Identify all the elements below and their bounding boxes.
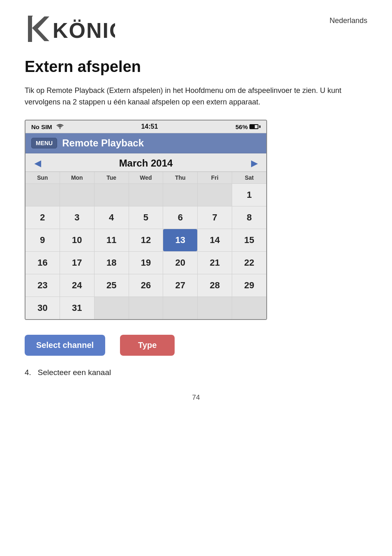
cal-day-empty bbox=[95, 297, 129, 319]
calendar-month-title: March 2014 bbox=[44, 158, 248, 169]
body-text: Tik op Remote Playback (Extern afspelen)… bbox=[25, 85, 367, 109]
menu-button[interactable]: MENU bbox=[31, 138, 57, 148]
cal-day-6[interactable]: 6 bbox=[163, 206, 197, 229]
cal-day-empty bbox=[163, 184, 197, 206]
language-label: Nederlands bbox=[330, 12, 367, 25]
cal-day-7[interactable]: 7 bbox=[198, 206, 232, 229]
day-header-fri: Fri bbox=[198, 172, 232, 183]
cal-day-empty bbox=[232, 297, 266, 319]
cal-day-24[interactable]: 24 bbox=[60, 274, 94, 297]
cal-day-15[interactable]: 15 bbox=[232, 229, 266, 251]
status-bar: No SIM 14:51 56% bbox=[25, 120, 266, 133]
logo: KÖNIG bbox=[25, 12, 115, 45]
cal-day-empty bbox=[129, 184, 163, 206]
nav-title: Remote Playback bbox=[62, 137, 261, 149]
cal-day-10[interactable]: 10 bbox=[60, 229, 94, 251]
day-header-mon: Mon bbox=[60, 172, 94, 183]
page-title: Extern afspelen bbox=[25, 58, 367, 76]
step-label: Selecteer een kanaal bbox=[38, 368, 111, 377]
cal-day-12[interactable]: 12 bbox=[129, 229, 163, 251]
cal-day-27[interactable]: 27 bbox=[163, 274, 197, 297]
cal-day-14[interactable]: 14 bbox=[198, 229, 232, 251]
cal-day-26[interactable]: 26 bbox=[129, 274, 163, 297]
cal-day-empty bbox=[95, 184, 129, 206]
status-right: 56% bbox=[235, 123, 261, 130]
cal-day-empty bbox=[129, 297, 163, 319]
day-header-sat: Sat bbox=[232, 172, 266, 183]
page-number: 74 bbox=[25, 394, 367, 402]
cal-day-empty bbox=[60, 184, 94, 206]
select-channel-button[interactable]: Select channel bbox=[25, 335, 105, 356]
cal-day-empty bbox=[198, 184, 232, 206]
cal-day-1[interactable]: 1 bbox=[232, 184, 266, 206]
wifi-icon bbox=[56, 123, 64, 130]
calendar-container: ◀ March 2014 ▶ Sun Mon Tue Wed Thu Fri S… bbox=[25, 153, 266, 319]
cal-day-empty bbox=[163, 297, 197, 319]
cal-day-21[interactable]: 21 bbox=[198, 252, 232, 274]
day-header-thu: Thu bbox=[163, 172, 197, 183]
calendar-grid: Sun Mon Tue Wed Thu Fri Sat 1 2 3 4 5 bbox=[25, 172, 266, 319]
logo-svg: KÖNIG bbox=[25, 12, 115, 45]
cal-day-28[interactable]: 28 bbox=[198, 274, 232, 297]
cal-day-3[interactable]: 3 bbox=[60, 206, 94, 229]
cal-day-19[interactable]: 19 bbox=[129, 252, 163, 274]
cal-day-2[interactable]: 2 bbox=[25, 206, 60, 229]
cal-day-17[interactable]: 17 bbox=[60, 252, 94, 274]
cal-day-16[interactable]: 16 bbox=[25, 252, 60, 274]
nav-bar: MENU Remote Playback bbox=[25, 133, 266, 153]
cal-day-25[interactable]: 25 bbox=[95, 274, 129, 297]
day-header-tue: Tue bbox=[95, 172, 129, 183]
prev-month-button[interactable]: ◀ bbox=[31, 158, 44, 168]
status-left: No SIM bbox=[31, 123, 64, 130]
cal-day-30[interactable]: 30 bbox=[25, 297, 60, 319]
cal-day-31[interactable]: 31 bbox=[60, 297, 94, 319]
cal-day-11[interactable]: 11 bbox=[95, 229, 129, 251]
next-month-button[interactable]: ▶ bbox=[248, 158, 261, 168]
day-header-sun: Sun bbox=[25, 172, 60, 183]
type-button[interactable]: Type bbox=[120, 335, 175, 356]
cal-day-empty bbox=[198, 297, 232, 319]
buttons-row: Select channel Type bbox=[25, 335, 367, 356]
step-number: 4. bbox=[25, 368, 31, 377]
page: KÖNIG Nederlands Extern afspelen Tik op … bbox=[0, 0, 392, 556]
cal-day-20[interactable]: 20 bbox=[163, 252, 197, 274]
step-text: 4. Selecteer een kanaal bbox=[25, 368, 367, 377]
cal-day-13[interactable]: 13 bbox=[163, 229, 197, 251]
battery-pct-label: 56% bbox=[235, 123, 248, 130]
day-header-wed: Wed bbox=[129, 172, 163, 183]
cal-day-29[interactable]: 29 bbox=[232, 274, 266, 297]
battery-icon bbox=[249, 124, 261, 129]
no-sim-label: No SIM bbox=[31, 123, 52, 130]
cal-day-23[interactable]: 23 bbox=[25, 274, 60, 297]
page-header: KÖNIG Nederlands bbox=[25, 12, 367, 45]
cal-day-8[interactable]: 8 bbox=[232, 206, 266, 229]
calendar-header: ◀ March 2014 ▶ bbox=[25, 153, 266, 172]
cal-day-4[interactable]: 4 bbox=[95, 206, 129, 229]
cal-day-9[interactable]: 9 bbox=[25, 229, 60, 251]
svg-text:KÖNIG: KÖNIG bbox=[53, 19, 115, 42]
cal-day-empty bbox=[25, 184, 60, 206]
cal-day-18[interactable]: 18 bbox=[95, 252, 129, 274]
cal-day-22[interactable]: 22 bbox=[232, 252, 266, 274]
phone-mockup: No SIM 14:51 56% bbox=[25, 120, 267, 320]
status-time: 14:51 bbox=[64, 123, 235, 130]
cal-day-5[interactable]: 5 bbox=[129, 206, 163, 229]
